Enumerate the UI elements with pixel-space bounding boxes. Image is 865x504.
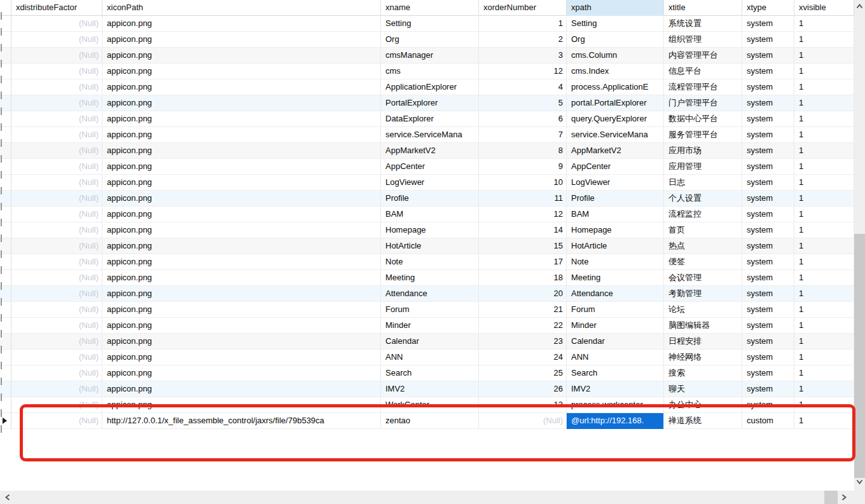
table-row[interactable]: (Null)appicon.pngAppCenter9AppCenter应用管理… xyxy=(0,159,854,175)
cell-xtitle[interactable]: 热点 xyxy=(664,238,742,254)
cell-xiconPath[interactable]: appicon.png xyxy=(102,159,381,175)
cell-xtitle[interactable]: 流程监控 xyxy=(664,207,742,222)
cell-xpath[interactable]: Attendance xyxy=(567,286,664,302)
cell-xorderNumber[interactable]: 6 xyxy=(479,111,567,127)
cell-xtype[interactable]: system xyxy=(742,64,794,79)
cell-xdistributeFactor[interactable]: (Null) xyxy=(11,127,102,143)
cell-xdistributeFactor[interactable]: (Null) xyxy=(11,365,102,381)
cell-xvisible[interactable]: 1 xyxy=(794,222,854,238)
cell-xvisible[interactable]: 1 xyxy=(794,95,854,111)
cell-xdistributeFactor[interactable]: (Null) xyxy=(11,95,102,111)
cell-xname[interactable]: PortalExplorer xyxy=(381,95,479,111)
cell-xpath[interactable]: ANN xyxy=(567,350,664,365)
cell-xorderNumber[interactable]: 5 xyxy=(479,95,567,111)
cell-xorderNumber[interactable]: 1 xyxy=(479,16,567,32)
table-row[interactable]: (Null)appicon.pngANN24ANN神经网络system1 xyxy=(0,350,854,365)
cell-xtitle[interactable]: 日程安排 xyxy=(664,334,742,350)
cell-xtype[interactable]: system xyxy=(742,111,794,127)
table-row[interactable]: (Null)appicon.pngHotArticle15HotArticle热… xyxy=(0,238,854,254)
cell-xtitle[interactable]: 应用市场 xyxy=(664,143,742,159)
cell-xiconPath[interactable]: appicon.png xyxy=(102,32,381,48)
cell-xtype[interactable]: system xyxy=(742,286,794,302)
table-row[interactable]: (Null)appicon.pngMeeting18Meeting会议管理sys… xyxy=(0,270,854,286)
cell-xiconPath[interactable]: appicon.png xyxy=(102,334,381,350)
cell-xiconPath[interactable]: appicon.png xyxy=(102,286,381,302)
horizontal-scrollbar[interactable] xyxy=(0,491,865,504)
vertical-scrollbar[interactable] xyxy=(854,0,865,491)
cell-xtitle[interactable]: 服务管理平台 xyxy=(664,127,742,143)
cell-xvisible[interactable]: 1 xyxy=(794,318,854,334)
cell-xorderNumber[interactable]: 18 xyxy=(479,270,567,286)
cell-xpath[interactable]: cms.Column xyxy=(567,48,664,64)
cell-xvisible[interactable]: 1 xyxy=(794,365,854,381)
cell-xiconPath[interactable]: appicon.png xyxy=(102,207,381,222)
cell-xiconPath[interactable]: appicon.png xyxy=(102,365,381,381)
cell-xiconPath[interactable]: appicon.png xyxy=(102,64,381,79)
cell-xpath[interactable]: AppCenter xyxy=(567,159,664,175)
cell-xpath[interactable]: process.ApplicationE xyxy=(567,79,664,95)
cell-xvisible[interactable]: 1 xyxy=(794,16,854,32)
cell-xorderNumber[interactable]: 2 xyxy=(479,32,567,48)
table-row[interactable]: (Null)appicon.pngPortalExplorer5portal.P… xyxy=(0,95,854,111)
table-row[interactable]: (Null)appicon.pngApplicationExplorer4pro… xyxy=(0,79,854,95)
cell-xname[interactable]: AppCenter xyxy=(381,159,479,175)
cell-xpath[interactable]: cms.Index xyxy=(567,64,664,79)
cell-xpath[interactable]: Homepage xyxy=(567,222,664,238)
cell-xtype[interactable]: system xyxy=(742,32,794,48)
cell-xtitle[interactable]: 会议管理 xyxy=(664,270,742,286)
cell-xname[interactable]: BAM xyxy=(381,207,479,222)
cell-xpath[interactable]: query.QueryExplorer xyxy=(567,111,664,127)
cell-xdistributeFactor[interactable]: (Null) xyxy=(11,222,102,238)
table-row[interactable]: (Null)appicon.pngAppMarketV28AppMarketV2… xyxy=(0,143,854,159)
cell-xname[interactable]: service.ServiceMana xyxy=(381,127,479,143)
column-header-xname[interactable]: xname xyxy=(381,0,479,16)
cell-xpath[interactable]: Setting xyxy=(567,16,664,32)
table-row[interactable]: (Null)appicon.pngAttendance20Attendance考… xyxy=(0,286,854,302)
cell-xdistributeFactor[interactable]: (Null) xyxy=(11,318,102,334)
column-header-xtype[interactable]: xtype xyxy=(742,0,794,16)
cell-xname[interactable]: Attendance xyxy=(381,286,479,302)
cell-xtype[interactable]: custom xyxy=(742,413,794,429)
cell-xdistributeFactor[interactable]: (Null) xyxy=(11,381,102,397)
table-row[interactable]: (Null)appicon.pngOrg2Org组织管理system1 xyxy=(0,32,854,48)
cell-xiconPath[interactable]: appicon.png xyxy=(102,302,381,318)
cell-xname[interactable]: AppMarketV2 xyxy=(381,143,479,159)
cell-xdistributeFactor[interactable]: (Null) xyxy=(11,397,102,413)
cell-xiconPath[interactable]: appicon.png xyxy=(102,111,381,127)
cell-xvisible[interactable]: 1 xyxy=(794,413,854,429)
cell-xdistributeFactor[interactable]: (Null) xyxy=(11,302,102,318)
cell-xtype[interactable]: system xyxy=(742,318,794,334)
cell-xiconPath[interactable]: appicon.png xyxy=(102,48,381,64)
cell-xdistributeFactor[interactable]: (Null) xyxy=(11,79,102,95)
cell-xvisible[interactable]: 1 xyxy=(794,111,854,127)
table-row[interactable]: (Null)appicon.pngHomepage14Homepage首页sys… xyxy=(0,222,854,238)
cell-xtype[interactable]: system xyxy=(742,397,794,413)
cell-xtitle[interactable]: 脑图编辑器 xyxy=(664,318,742,334)
cell-xdistributeFactor[interactable]: (Null) xyxy=(11,254,102,270)
cell-xvisible[interactable]: 1 xyxy=(794,238,854,254)
cell-xtype[interactable]: system xyxy=(742,254,794,270)
cell-xtype[interactable]: system xyxy=(742,79,794,95)
cell-xname[interactable]: ApplicationExplorer xyxy=(381,79,479,95)
cell-xtype[interactable]: system xyxy=(742,159,794,175)
cell-xtitle[interactable]: 门户管理平台 xyxy=(664,95,742,111)
cell-xtype[interactable]: system xyxy=(742,175,794,191)
cell-xdistributeFactor[interactable]: (Null) xyxy=(11,143,102,159)
cell-xorderNumber[interactable]: 22 xyxy=(479,318,567,334)
cell-xorderNumber[interactable]: 9 xyxy=(479,159,567,175)
cell-xpath[interactable]: Forum xyxy=(567,302,664,318)
table-row[interactable]: (Null)appicon.pngBAM12BAM流程监控system1 xyxy=(0,207,854,222)
cell-xpath[interactable]: Profile xyxy=(567,191,664,207)
cell-xvisible[interactable]: 1 xyxy=(794,381,854,397)
scroll-left-icon[interactable] xyxy=(5,494,10,501)
cell-xorderNumber[interactable]: 26 xyxy=(479,381,567,397)
cell-xorderNumber[interactable]: 13 xyxy=(479,397,567,413)
cell-xvisible[interactable]: 1 xyxy=(794,270,854,286)
cell-xvisible[interactable]: 1 xyxy=(794,191,854,207)
cell-xdistributeFactor[interactable]: (Null) xyxy=(11,270,102,286)
cell-xiconPath[interactable]: appicon.png xyxy=(102,191,381,207)
cell-xvisible[interactable]: 1 xyxy=(794,143,854,159)
cell-xorderNumber[interactable]: 12 xyxy=(479,64,567,79)
cell-xdistributeFactor[interactable]: (Null) xyxy=(11,64,102,79)
cell-xiconPath[interactable]: appicon.png xyxy=(102,238,381,254)
